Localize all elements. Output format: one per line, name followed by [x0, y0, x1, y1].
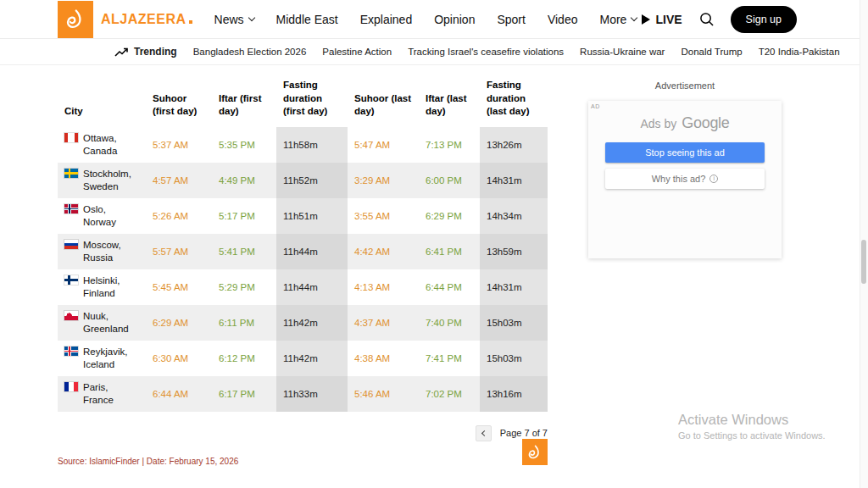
city-name: Ottawa,Canada — [83, 132, 117, 158]
table-row: Stockholm,Sweden4:57 AM4:49 PM11h52m3:29… — [58, 163, 548, 198]
column-header-fasting-duration-last-day: Fasting duration (last day) — [480, 75, 548, 127]
google-ad-card: AD Ads by Google Stop seeing this ad Why… — [588, 101, 782, 258]
trending-icon — [114, 47, 128, 57]
brand-wordmark[interactable]: ALJAZEERA — [101, 12, 192, 27]
table-row: Reykjavik,Iceland6:30 AM6:12 PM11h42m4:3… — [58, 341, 548, 376]
cell-suhoor-first: 5:26 AM — [146, 198, 212, 234]
header-actions: LIVE Sign up — [642, 6, 797, 33]
aljazeera-logo-icon — [63, 7, 88, 32]
column-header-suhoor-first-day: Suhoor (first day) — [146, 75, 212, 127]
table-row: Ottawa,Canada5:37 AM5:35 PM11h58m5:47 AM… — [58, 127, 548, 163]
cell-suhoor-first: 5:57 AM — [146, 234, 212, 269]
chevron-down-icon — [631, 14, 637, 20]
activate-windows-watermark: Activate Windows Go to Settings to activ… — [678, 412, 826, 441]
trending-item-tracking-israel-s-ceasefire-violations[interactable]: Tracking Israel's ceasefire violations — [408, 47, 564, 57]
cell-duration-last: 14h31m — [480, 163, 548, 198]
cell-suhoor-last: 5:46 AM — [348, 376, 419, 412]
cell-duration-last: 15h03m — [480, 305, 548, 341]
france-flag-icon — [64, 382, 78, 391]
cell-city: Helsinki,Finland — [58, 269, 146, 305]
city-name: Reykjavik,Iceland — [83, 346, 127, 371]
trending-item-donald-trump[interactable]: Donald Trump — [681, 47, 742, 57]
scrollbar-thumb[interactable] — [861, 240, 866, 284]
finland-flag-icon — [64, 275, 78, 285]
nav-item-label: News — [214, 13, 244, 26]
cell-duration-first: 11h44m — [276, 234, 348, 269]
cell-iftar-last: 7:02 PM — [419, 376, 480, 412]
previous-page-button[interactable] — [476, 425, 492, 441]
table-row: Helsinki,Finland5:45 AM5:29 PM11h44m4:13… — [58, 269, 548, 305]
cell-city: Nuuk,Greenland — [58, 305, 146, 341]
fasting-times-table: CitySuhoor (first day)Iftar (first day)F… — [58, 75, 548, 412]
cell-suhoor-last: 4:42 AM — [348, 234, 419, 269]
cell-duration-first: 11h58m — [276, 127, 348, 163]
fasting-table-body: Ottawa,Canada5:37 AM5:35 PM11h58m5:47 AM… — [58, 127, 548, 412]
why-this-ad-label: Why this ad? — [652, 174, 706, 184]
chevron-left-icon — [481, 430, 487, 436]
nav-item-label: Opinion — [434, 13, 475, 26]
iceland-flag-icon — [64, 347, 78, 356]
cell-duration-first: 11h51m — [276, 198, 348, 234]
nav-item-sport[interactable]: Sport — [497, 13, 525, 26]
column-header-iftar-first-day: Iftar (first day) — [212, 75, 276, 127]
city-name: Paris,France — [83, 381, 114, 407]
cell-city: Reykjavik,Iceland — [58, 341, 146, 376]
watermark-line1: Activate Windows — [678, 412, 826, 428]
main-content: CitySuhoor (first day)Iftar (first day)F… — [58, 75, 868, 441]
footer-aljazeera-logo[interactable] — [522, 439, 548, 465]
footer-aljazeera-logo-icon — [526, 443, 544, 462]
play-icon — [642, 14, 650, 25]
cell-iftar-first: 6:12 PM — [212, 341, 276, 376]
nav-item-news[interactable]: News — [214, 13, 254, 26]
google-wordmark: Google — [682, 114, 729, 132]
trending-bar: Trending Bangladesh Election 2026Palesti… — [0, 39, 868, 65]
aljazeera-logo[interactable] — [58, 1, 93, 38]
cell-iftar-first: 5:29 PM — [212, 269, 276, 305]
trending-item-russia-ukraine-war[interactable]: Russia-Ukraine war — [580, 47, 665, 57]
nav-item-explained[interactable]: Explained — [360, 13, 413, 26]
trending-item-palestine-action[interactable]: Palestine Action — [322, 47, 392, 57]
trending-item-t20-india-pakistan[interactable]: T20 India-Pakistan — [759, 47, 840, 57]
column-header-suhoor-last-day: Suhoor (last day) — [348, 75, 419, 127]
cell-iftar-last: 6:41 PM — [419, 234, 480, 269]
site-header: ALJAZEERA NewsMiddle EastExplainedOpinio… — [0, 0, 868, 39]
search-button[interactable] — [699, 12, 714, 26]
column-header-iftar-last-day: Iftar (last day) — [419, 75, 480, 127]
norway-flag-icon — [64, 204, 78, 214]
live-button[interactable]: LIVE — [642, 13, 682, 26]
cell-suhoor-last: 4:13 AM — [348, 269, 419, 305]
table-row: Moscow,Russia5:57 AM5:41 PM11h44m4:42 AM… — [58, 234, 548, 269]
cell-iftar-first: 5:17 PM — [212, 198, 276, 234]
sweden-flag-icon — [64, 169, 78, 178]
fasting-table-head-row: CitySuhoor (first day)Iftar (first day)F… — [58, 75, 548, 127]
cell-iftar-first: 5:35 PM — [212, 127, 276, 163]
nav-item-opinion[interactable]: Opinion — [434, 13, 475, 26]
cell-iftar-first: 6:11 PM — [212, 305, 276, 341]
column-header-fasting-duration-first-day: Fasting duration (first day) — [276, 75, 348, 127]
cell-suhoor-first: 6:44 AM — [146, 376, 212, 412]
cell-iftar-last: 6:44 PM — [419, 269, 480, 305]
cell-duration-last: 14h31m — [480, 269, 548, 305]
signup-button[interactable]: Sign up — [731, 6, 797, 33]
nav-item-video[interactable]: Video — [548, 13, 578, 26]
cell-duration-first: 11h52m — [276, 163, 348, 198]
nav-item-label: Explained — [360, 13, 413, 26]
trending-item-bangladesh-election-2026[interactable]: Bangladesh Election 2026 — [193, 47, 307, 57]
stop-seeing-ad-button[interactable]: Stop seeing this ad — [605, 142, 765, 163]
cell-city: Ottawa,Canada — [58, 127, 146, 163]
cell-iftar-last: 6:29 PM — [419, 198, 480, 234]
cell-suhoor-last: 5:47 AM — [348, 127, 419, 163]
pagination: Page 7 of 7 — [58, 425, 548, 441]
cell-suhoor-last: 3:55 AM — [348, 198, 419, 234]
advertisement-label: Advertisement — [588, 80, 782, 91]
table-row: Nuuk,Greenland6:29 AM6:11 PM11h42m4:37 A… — [58, 305, 548, 341]
nav-item-middle-east[interactable]: Middle East — [276, 13, 338, 26]
cell-suhoor-last: 3:29 AM — [348, 163, 419, 198]
column-header-city: City — [58, 75, 146, 127]
why-this-ad-button[interactable]: Why this ad? — [605, 169, 765, 189]
cell-iftar-first: 5:41 PM — [212, 234, 276, 269]
cell-iftar-first: 6:17 PM — [212, 376, 276, 412]
nav-item-more[interactable]: More — [599, 13, 637, 26]
page-scrollbar — [860, 0, 868, 488]
canada-flag-icon — [64, 133, 78, 142]
